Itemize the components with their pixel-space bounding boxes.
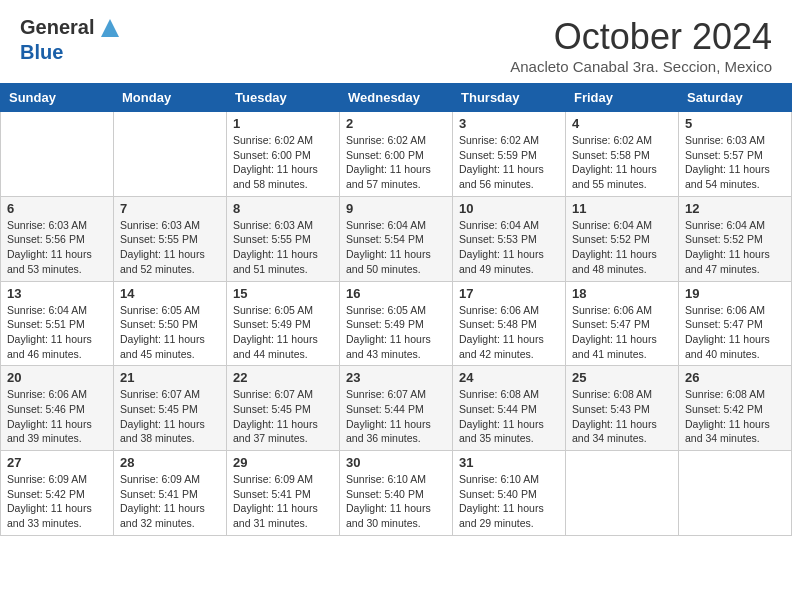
- day-info: Sunrise: 6:02 AM Sunset: 6:00 PM Dayligh…: [233, 133, 333, 192]
- calendar-cell: 20Sunrise: 6:06 AM Sunset: 5:46 PM Dayli…: [1, 366, 114, 451]
- calendar-cell: 29Sunrise: 6:09 AM Sunset: 5:41 PM Dayli…: [227, 451, 340, 536]
- col-header-monday: Monday: [114, 84, 227, 112]
- day-info: Sunrise: 6:04 AM Sunset: 5:52 PM Dayligh…: [572, 218, 672, 277]
- calendar-cell: 7Sunrise: 6:03 AM Sunset: 5:55 PM Daylig…: [114, 196, 227, 281]
- day-number: 25: [572, 370, 672, 385]
- day-info: Sunrise: 6:09 AM Sunset: 5:41 PM Dayligh…: [233, 472, 333, 531]
- day-number: 26: [685, 370, 785, 385]
- day-info: Sunrise: 6:07 AM Sunset: 5:44 PM Dayligh…: [346, 387, 446, 446]
- calendar-cell: 31Sunrise: 6:10 AM Sunset: 5:40 PM Dayli…: [453, 451, 566, 536]
- calendar-cell: [114, 112, 227, 197]
- day-info: Sunrise: 6:04 AM Sunset: 5:51 PM Dayligh…: [7, 303, 107, 362]
- day-number: 2: [346, 116, 446, 131]
- calendar-cell: 6Sunrise: 6:03 AM Sunset: 5:56 PM Daylig…: [1, 196, 114, 281]
- day-number: 14: [120, 286, 220, 301]
- logo-general: General: [20, 16, 94, 38]
- day-number: 17: [459, 286, 559, 301]
- calendar-cell: [1, 112, 114, 197]
- day-number: 1: [233, 116, 333, 131]
- calendar-cell: 13Sunrise: 6:04 AM Sunset: 5:51 PM Dayli…: [1, 281, 114, 366]
- day-number: 23: [346, 370, 446, 385]
- calendar-cell: 14Sunrise: 6:05 AM Sunset: 5:50 PM Dayli…: [114, 281, 227, 366]
- calendar-cell: 16Sunrise: 6:05 AM Sunset: 5:49 PM Dayli…: [340, 281, 453, 366]
- calendar-cell: 11Sunrise: 6:04 AM Sunset: 5:52 PM Dayli…: [566, 196, 679, 281]
- col-header-thursday: Thursday: [453, 84, 566, 112]
- day-info: Sunrise: 6:09 AM Sunset: 5:41 PM Dayligh…: [120, 472, 220, 531]
- day-info: Sunrise: 6:07 AM Sunset: 5:45 PM Dayligh…: [233, 387, 333, 446]
- day-info: Sunrise: 6:05 AM Sunset: 5:49 PM Dayligh…: [346, 303, 446, 362]
- calendar-cell: 22Sunrise: 6:07 AM Sunset: 5:45 PM Dayli…: [227, 366, 340, 451]
- calendar-cell: 12Sunrise: 6:04 AM Sunset: 5:52 PM Dayli…: [679, 196, 792, 281]
- day-info: Sunrise: 6:06 AM Sunset: 5:46 PM Dayligh…: [7, 387, 107, 446]
- day-number: 27: [7, 455, 107, 470]
- calendar-cell: 15Sunrise: 6:05 AM Sunset: 5:49 PM Dayli…: [227, 281, 340, 366]
- calendar-cell: 25Sunrise: 6:08 AM Sunset: 5:43 PM Dayli…: [566, 366, 679, 451]
- calendar: SundayMondayTuesdayWednesdayThursdayFrid…: [0, 83, 792, 536]
- day-info: Sunrise: 6:07 AM Sunset: 5:45 PM Dayligh…: [120, 387, 220, 446]
- calendar-cell: 17Sunrise: 6:06 AM Sunset: 5:48 PM Dayli…: [453, 281, 566, 366]
- day-number: 24: [459, 370, 559, 385]
- day-info: Sunrise: 6:04 AM Sunset: 5:54 PM Dayligh…: [346, 218, 446, 277]
- day-number: 31: [459, 455, 559, 470]
- day-number: 19: [685, 286, 785, 301]
- calendar-cell: [566, 451, 679, 536]
- calendar-cell: 26Sunrise: 6:08 AM Sunset: 5:42 PM Dayli…: [679, 366, 792, 451]
- location-title: Anacleto Canabal 3ra. Seccion, Mexico: [510, 58, 772, 75]
- day-number: 15: [233, 286, 333, 301]
- day-info: Sunrise: 6:05 AM Sunset: 5:50 PM Dayligh…: [120, 303, 220, 362]
- day-info: Sunrise: 6:09 AM Sunset: 5:42 PM Dayligh…: [7, 472, 107, 531]
- calendar-cell: 9Sunrise: 6:04 AM Sunset: 5:54 PM Daylig…: [340, 196, 453, 281]
- day-number: 5: [685, 116, 785, 131]
- day-number: 12: [685, 201, 785, 216]
- day-number: 18: [572, 286, 672, 301]
- day-number: 30: [346, 455, 446, 470]
- day-number: 3: [459, 116, 559, 131]
- calendar-cell: 23Sunrise: 6:07 AM Sunset: 5:44 PM Dayli…: [340, 366, 453, 451]
- logo-triangle-icon: [101, 19, 119, 41]
- day-info: Sunrise: 6:03 AM Sunset: 5:55 PM Dayligh…: [120, 218, 220, 277]
- col-header-friday: Friday: [566, 84, 679, 112]
- day-number: 28: [120, 455, 220, 470]
- day-info: Sunrise: 6:08 AM Sunset: 5:44 PM Dayligh…: [459, 387, 559, 446]
- day-number: 8: [233, 201, 333, 216]
- calendar-cell: [679, 451, 792, 536]
- day-info: Sunrise: 6:05 AM Sunset: 5:49 PM Dayligh…: [233, 303, 333, 362]
- day-info: Sunrise: 6:06 AM Sunset: 5:48 PM Dayligh…: [459, 303, 559, 362]
- day-info: Sunrise: 6:02 AM Sunset: 5:58 PM Dayligh…: [572, 133, 672, 192]
- day-number: 16: [346, 286, 446, 301]
- month-title: October 2024: [510, 16, 772, 58]
- calendar-cell: 28Sunrise: 6:09 AM Sunset: 5:41 PM Dayli…: [114, 451, 227, 536]
- day-info: Sunrise: 6:06 AM Sunset: 5:47 PM Dayligh…: [685, 303, 785, 362]
- title-block: October 2024 Anacleto Canabal 3ra. Secci…: [510, 16, 772, 75]
- logo: General Blue: [20, 16, 119, 64]
- calendar-cell: 1Sunrise: 6:02 AM Sunset: 6:00 PM Daylig…: [227, 112, 340, 197]
- day-info: Sunrise: 6:03 AM Sunset: 5:55 PM Dayligh…: [233, 218, 333, 277]
- day-number: 4: [572, 116, 672, 131]
- day-number: 21: [120, 370, 220, 385]
- logo-blue: Blue: [20, 41, 63, 63]
- day-number: 11: [572, 201, 672, 216]
- svg-marker-0: [101, 19, 119, 37]
- day-info: Sunrise: 6:08 AM Sunset: 5:42 PM Dayligh…: [685, 387, 785, 446]
- day-number: 10: [459, 201, 559, 216]
- day-number: 22: [233, 370, 333, 385]
- day-number: 29: [233, 455, 333, 470]
- day-info: Sunrise: 6:04 AM Sunset: 5:52 PM Dayligh…: [685, 218, 785, 277]
- calendar-cell: 21Sunrise: 6:07 AM Sunset: 5:45 PM Dayli…: [114, 366, 227, 451]
- calendar-cell: 4Sunrise: 6:02 AM Sunset: 5:58 PM Daylig…: [566, 112, 679, 197]
- col-header-saturday: Saturday: [679, 84, 792, 112]
- day-info: Sunrise: 6:10 AM Sunset: 5:40 PM Dayligh…: [346, 472, 446, 531]
- day-info: Sunrise: 6:04 AM Sunset: 5:53 PM Dayligh…: [459, 218, 559, 277]
- day-info: Sunrise: 6:06 AM Sunset: 5:47 PM Dayligh…: [572, 303, 672, 362]
- day-info: Sunrise: 6:03 AM Sunset: 5:57 PM Dayligh…: [685, 133, 785, 192]
- calendar-cell: 10Sunrise: 6:04 AM Sunset: 5:53 PM Dayli…: [453, 196, 566, 281]
- header: General Blue October 2024 Anacleto Canab…: [0, 0, 792, 83]
- calendar-cell: 2Sunrise: 6:02 AM Sunset: 6:00 PM Daylig…: [340, 112, 453, 197]
- day-number: 6: [7, 201, 107, 216]
- calendar-cell: 5Sunrise: 6:03 AM Sunset: 5:57 PM Daylig…: [679, 112, 792, 197]
- day-info: Sunrise: 6:02 AM Sunset: 6:00 PM Dayligh…: [346, 133, 446, 192]
- calendar-cell: 8Sunrise: 6:03 AM Sunset: 5:55 PM Daylig…: [227, 196, 340, 281]
- col-header-sunday: Sunday: [1, 84, 114, 112]
- day-number: 9: [346, 201, 446, 216]
- calendar-cell: 3Sunrise: 6:02 AM Sunset: 5:59 PM Daylig…: [453, 112, 566, 197]
